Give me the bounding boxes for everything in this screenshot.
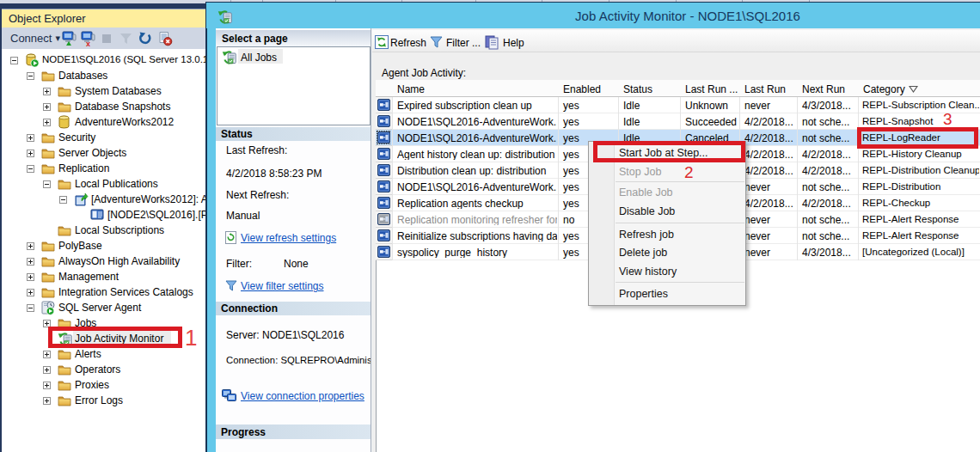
svg-text:x: x — [86, 40, 90, 47]
